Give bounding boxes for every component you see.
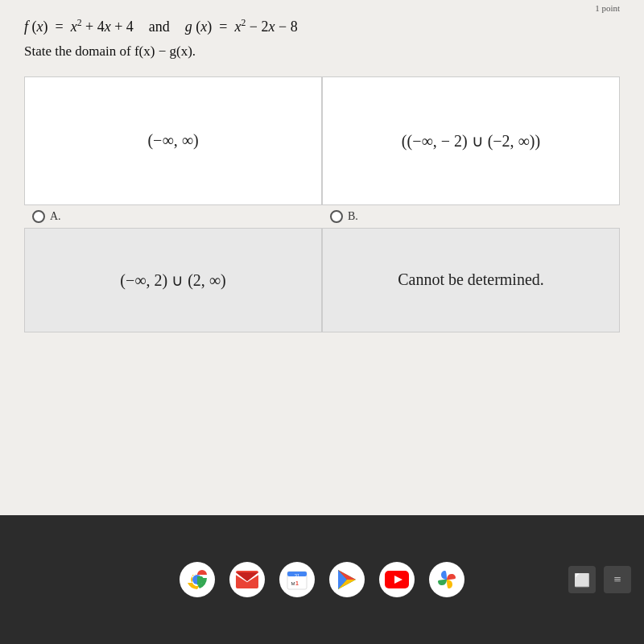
and-text: and — [142, 16, 177, 38]
option-a-value: (−∞, ∞) — [147, 131, 198, 150]
svg-text:M: M — [291, 581, 295, 586]
option-a-box[interactable]: (−∞, ∞) — [24, 76, 322, 205]
menu-icon[interactable]: ≡ — [604, 566, 631, 593]
option-b-label-row[interactable]: B. — [322, 210, 620, 223]
chrome-icon[interactable] — [180, 562, 215, 597]
taskbar-system-area: ⬜ ≡ — [568, 566, 631, 593]
option-labels-row: A. B. — [24, 210, 620, 223]
radio-b[interactable] — [330, 210, 343, 223]
domain-question: State the domain of f(x) − g(x). — [24, 41, 620, 62]
taskbar: 31 M 1 ⬜ ≡ — [0, 515, 644, 644]
top-options-grid: (−∞, ∞) ((−∞, − 2) ∪ (−2, ∞)) — [24, 76, 620, 205]
option-a-label: A. — [50, 210, 61, 223]
play-store-icon[interactable] — [329, 562, 365, 597]
google-photos-icon[interactable] — [429, 562, 464, 597]
f-function: f (x) = x2 + 4x + 4 — [24, 16, 134, 38]
screen-icon[interactable]: ⬜ — [568, 566, 596, 593]
svg-text:31: 31 — [295, 573, 300, 578]
radio-a[interactable] — [32, 210, 45, 223]
option-d-value: Cannot be determined. — [398, 270, 544, 289]
option-b-box[interactable]: ((−∞, − 2) ∪ (−2, ∞)) — [322, 76, 620, 205]
option-c-value: (−∞, 2) ∪ (2, ∞) — [120, 270, 225, 290]
youtube-icon[interactable] — [379, 562, 415, 597]
option-b-value: ((−∞, − 2) ∪ (−2, ∞)) — [402, 131, 540, 151]
main-content: 1 point f (x) = x2 + 4x + 4 and g (x) = … — [0, 0, 644, 515]
question-header: f (x) = x2 + 4x + 4 and g (x) = x2 − 2x … — [24, 16, 620, 62]
svg-text:1: 1 — [295, 580, 299, 586]
option-a-label-row[interactable]: A. — [24, 210, 322, 223]
points-indicator: 1 point — [595, 3, 620, 13]
g-function: g (x) = x2 − 2x − 8 — [185, 16, 298, 38]
gmail-icon[interactable] — [229, 562, 265, 597]
calendar-icon[interactable]: 31 M 1 — [279, 562, 315, 597]
math-line: f (x) = x2 + 4x + 4 and g (x) = x2 − 2x … — [24, 16, 620, 38]
option-d-box[interactable]: Cannot be determined. — [322, 228, 620, 332]
option-b-label: B. — [348, 210, 358, 223]
option-c-box[interactable]: (−∞, 2) ∪ (2, ∞) — [24, 228, 322, 332]
bottom-options-grid: (−∞, 2) ∪ (2, ∞) Cannot be determined. — [24, 228, 620, 332]
